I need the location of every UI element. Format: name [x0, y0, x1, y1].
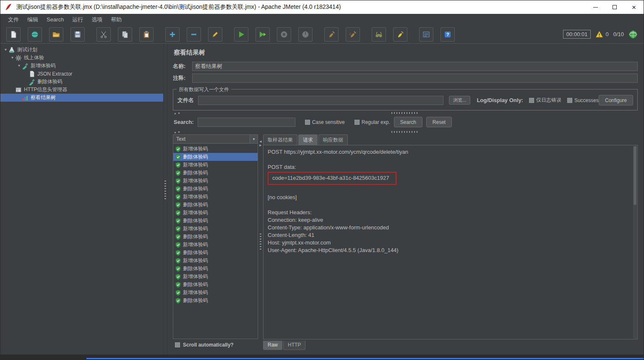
tree-node-thread-group[interactable]: ▼线上体验	[0, 54, 163, 62]
search-reset-button[interactable]	[393, 27, 407, 42]
scroll-automatically-checkbox[interactable]	[175, 342, 180, 347]
successes-checkbox[interactable]	[567, 98, 572, 103]
function-helper-button[interactable]	[419, 27, 433, 42]
tab-1[interactable]: 请求	[298, 134, 318, 145]
tree-node-header-manager[interactable]: HTTP信息头管理器	[0, 86, 163, 94]
horizontal-splitter-top[interactable]: ▲▼	[173, 111, 638, 115]
scroll-automatically-option[interactable]: Scroll automatically?	[173, 339, 258, 350]
collapse-up-icon[interactable]: ▲	[174, 112, 177, 115]
result-item[interactable]: 删除体验码	[173, 169, 258, 177]
result-item[interactable]: 新增体验码	[173, 209, 258, 217]
expand-arrow-icon[interactable]: ▼	[16, 64, 22, 68]
menu-item-5[interactable]: 帮助	[107, 14, 126, 25]
expand-arrow-icon[interactable]: ▼	[3, 48, 8, 52]
chevron-down-icon[interactable]: ▼	[250, 135, 258, 143]
case-sensitive-checkbox[interactable]	[305, 120, 310, 125]
minimize-button[interactable]	[586, 0, 605, 14]
splitter-collapse-arrows[interactable]: ◀▶	[259, 139, 261, 147]
result-item[interactable]: 删除体验码	[173, 281, 258, 289]
result-item[interactable]: 新增体验码	[173, 257, 258, 265]
collapse-down-icon[interactable]: ▼	[177, 131, 180, 134]
add-button[interactable]	[165, 27, 180, 42]
start-button[interactable]	[234, 27, 248, 42]
scrollbar-thumb[interactable]	[634, 146, 636, 205]
cut-button[interactable]	[96, 27, 111, 42]
save-button[interactable]	[70, 27, 85, 42]
tree-node-http-request[interactable]: ▼新增体验码	[0, 62, 163, 70]
new-button[interactable]	[6, 27, 21, 42]
horizontal-splitter-bottom[interactable]: ▲▼	[173, 130, 638, 134]
tree-node-json-extractor[interactable]: JSON Extractor	[0, 70, 163, 78]
result-item[interactable]: 删除体验码	[173, 217, 258, 225]
splitter-collapse-arrows[interactable]: ▲▼	[174, 131, 180, 134]
format-tab-http[interactable]: HTTP	[283, 341, 305, 350]
results-splitter[interactable]: ◀▶	[258, 134, 263, 350]
result-item[interactable]: 新增体验码	[173, 145, 258, 153]
collapse-down-icon[interactable]: ▼	[177, 112, 180, 115]
search-button[interactable]: Search	[394, 117, 422, 127]
copy-button[interactable]	[118, 27, 132, 42]
clear-all-button[interactable]	[346, 27, 360, 42]
successes-option[interactable]: Successes	[567, 97, 599, 103]
toggle-button[interactable]	[208, 27, 222, 42]
tree-node-test-plan[interactable]: ▼测试计划	[0, 46, 163, 54]
menu-item-3[interactable]: 运行	[68, 14, 87, 25]
clear-button[interactable]	[324, 27, 339, 42]
collapse-up-icon[interactable]: ▲	[174, 131, 177, 134]
stop-button[interactable]	[277, 27, 291, 42]
result-item[interactable]: 删除体验码	[173, 249, 258, 257]
result-item[interactable]: 删除体验码	[173, 233, 258, 241]
shutdown-button[interactable]	[298, 27, 313, 42]
name-input[interactable]	[192, 62, 638, 71]
browse-button[interactable]: 浏览...	[449, 96, 470, 105]
maximize-button[interactable]	[605, 0, 624, 14]
paste-button[interactable]	[139, 27, 154, 42]
case-sensitive-option[interactable]: Case sensitive	[305, 119, 345, 125]
start-no-pauses-button[interactable]	[256, 27, 270, 42]
tree-splitter[interactable]	[163, 44, 167, 355]
splitter-collapse-arrows[interactable]: ▲▼	[174, 112, 180, 115]
menu-item-0[interactable]: 文件	[4, 14, 23, 25]
error-indicator[interactable]: 0	[595, 30, 608, 38]
menu-item-4[interactable]: 选项	[87, 14, 107, 25]
menu-item-2[interactable]: Search	[42, 15, 68, 24]
comment-input[interactable]	[192, 74, 638, 83]
result-item[interactable]: 新增体验码	[173, 161, 258, 169]
result-item[interactable]: 新增体验码	[173, 241, 258, 249]
view-mode-dropdown[interactable]: Text ▼	[173, 134, 258, 144]
request-scrollbar[interactable]	[633, 146, 637, 339]
result-item[interactable]: 新增体验码	[173, 225, 258, 233]
templates-button[interactable]	[28, 27, 42, 42]
errors-only-option[interactable]: 仅日志错误	[529, 97, 561, 104]
expand-arrow-icon[interactable]: ▼	[10, 56, 15, 60]
search-input[interactable]	[198, 118, 295, 127]
reset-button[interactable]: Reset	[426, 117, 452, 127]
result-item[interactable]: 删除体验码	[173, 153, 258, 161]
result-item[interactable]: 新增体验码	[173, 273, 258, 281]
tab-0[interactable]: 取样器结果	[263, 134, 297, 145]
result-item[interactable]: 删除体验码	[173, 297, 258, 305]
regular-exp-checkbox[interactable]	[355, 120, 360, 125]
configure-button[interactable]: Configure	[599, 95, 633, 105]
format-tab-raw[interactable]: Raw	[263, 341, 282, 350]
search-button[interactable]	[372, 27, 386, 42]
close-button[interactable]: ×	[624, 0, 644, 14]
filename-input[interactable]	[198, 96, 443, 105]
menu-item-1[interactable]: 编辑	[23, 14, 42, 25]
collapse-right-icon[interactable]: ▶	[259, 143, 261, 147]
errors-only-checkbox[interactable]	[529, 98, 534, 103]
tree-node-http-request[interactable]: 删除体验码	[0, 78, 163, 86]
help-button[interactable]: ?	[441, 27, 455, 42]
result-item[interactable]: 删除体验码	[173, 185, 258, 193]
regular-exp-option[interactable]: Regular exp.	[355, 119, 390, 125]
result-item[interactable]: 新增体验码	[173, 177, 258, 185]
remove-button[interactable]	[187, 27, 201, 42]
open-button[interactable]	[49, 27, 63, 42]
tree-node-view-results-tree[interactable]: 察看结果树	[0, 94, 163, 102]
result-item[interactable]: 新增体验码	[173, 289, 258, 297]
result-item[interactable]: 删除体验码	[173, 265, 258, 273]
tab-2[interactable]: 响应数据	[318, 134, 348, 145]
collapse-left-icon[interactable]: ◀	[259, 139, 261, 143]
result-item[interactable]: 新增体验码	[173, 193, 258, 201]
result-item[interactable]: 删除体验码	[173, 201, 258, 209]
